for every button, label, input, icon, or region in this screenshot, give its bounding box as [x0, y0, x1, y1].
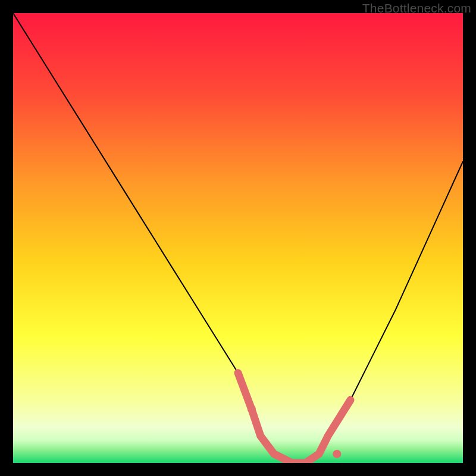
chart-svg — [13, 13, 463, 463]
watermark-text: TheBottleneck.com — [362, 1, 471, 15]
svg-point-0 — [248, 405, 256, 413]
svg-point-1 — [333, 450, 341, 458]
gradient-background — [13, 13, 463, 463]
plot-area — [13, 13, 463, 463]
chart-frame: TheBottleneck.com — [0, 0, 476, 476]
